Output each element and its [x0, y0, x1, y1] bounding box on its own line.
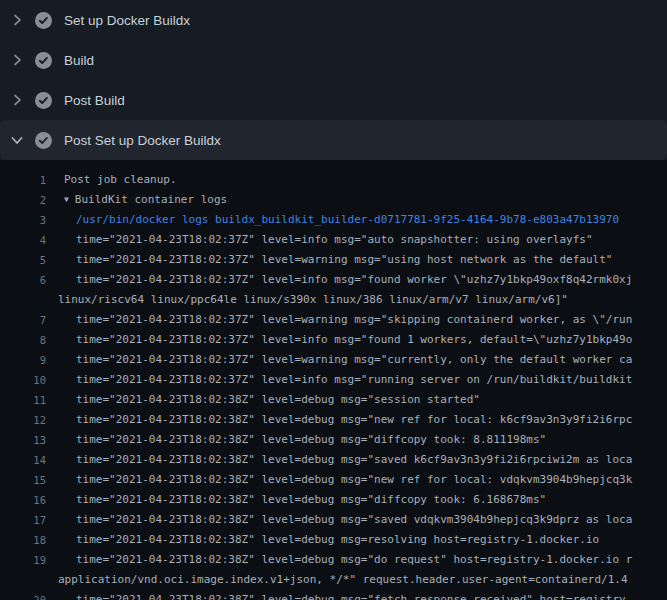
step-row-build[interactable]: Build [0, 40, 667, 80]
line-number[interactable]: 6 [0, 270, 46, 290]
line-number[interactable]: 11 [0, 390, 46, 410]
log-row: 10 time="2021-04-23T18:02:37Z" level=inf… [0, 370, 667, 390]
log-line: time="2021-04-23T18:02:38Z" level=debug … [46, 430, 667, 450]
chevron-right-icon [9, 12, 25, 28]
log-row: 13 time="2021-04-23T18:02:38Z" level=deb… [0, 430, 667, 450]
log-row: 8 time="2021-04-23T18:02:37Z" level=info… [0, 330, 667, 350]
log-row: 3 /usr/bin/docker logs buildx_buildkit_b… [0, 210, 667, 230]
log-line: time="2021-04-23T18:02:38Z" level=debug … [46, 470, 667, 490]
step-label: Post Set up Docker Buildx [64, 133, 221, 148]
chevron-down-icon [9, 132, 25, 148]
log-line: time="2021-04-23T18:02:37Z" level=warnin… [46, 250, 667, 270]
log-row: 6 time="2021-04-23T18:02:37Z" level=info… [0, 270, 667, 290]
line-number[interactable]: 13 [0, 430, 46, 450]
log-row: 18 time="2021-04-23T18:02:38Z" level=deb… [0, 530, 667, 550]
line-number[interactable]: 20 [0, 590, 46, 600]
log-row: 9 time="2021-04-23T18:02:37Z" level=warn… [0, 350, 667, 370]
log-row: 16 time="2021-04-23T18:02:38Z" level=deb… [0, 490, 667, 510]
line-number [0, 290, 46, 310]
log-line: time="2021-04-23T18:02:38Z" level=debug … [46, 530, 667, 550]
log-line: time="2021-04-23T18:02:37Z" level=info m… [46, 270, 667, 290]
log-row-continuation: application/vnd.oci.image.index.v1+json,… [0, 570, 667, 590]
log-line-wrapped: application/vnd.oci.image.index.v1+json,… [46, 570, 667, 590]
log-line: Post job cleanup. [46, 170, 667, 190]
log-line: time="2021-04-23T18:02:38Z" level=debug … [46, 590, 667, 600]
chevron-right-icon [9, 52, 25, 68]
log-line: time="2021-04-23T18:02:38Z" level=debug … [46, 410, 667, 430]
group-toggle-icon[interactable]: ▼ [64, 190, 69, 210]
log-panel: 1 Post job cleanup. 2 ▼BuildKit containe… [0, 160, 667, 600]
line-number[interactable]: 15 [0, 470, 46, 490]
check-circle-icon [35, 132, 52, 149]
log-row: 17 time="2021-04-23T18:02:38Z" level=deb… [0, 510, 667, 530]
log-line: time="2021-04-23T18:02:38Z" level=debug … [46, 550, 667, 570]
steps-list: Set up Docker Buildx Build Post Build Po… [0, 0, 667, 160]
log-row: 19 time="2021-04-23T18:02:38Z" level=deb… [0, 550, 667, 570]
log-row: 11 time="2021-04-23T18:02:38Z" level=deb… [0, 390, 667, 410]
log-row: 1 Post job cleanup. [0, 170, 667, 190]
chevron-right-icon [9, 92, 25, 108]
step-label: Post Build [64, 93, 125, 108]
step-label: Build [64, 53, 94, 68]
step-label: Set up Docker Buildx [64, 13, 190, 28]
log-line: time="2021-04-23T18:02:38Z" level=debug … [46, 450, 667, 470]
line-number[interactable]: 2 [0, 190, 46, 210]
line-number[interactable]: 16 [0, 490, 46, 510]
step-row-post-build[interactable]: Post Build [0, 80, 667, 120]
line-number[interactable]: 19 [0, 550, 46, 570]
log-row: 5 time="2021-04-23T18:02:37Z" level=warn… [0, 250, 667, 270]
check-circle-icon [35, 92, 52, 109]
log-group-header: ▼BuildKit container logs [46, 190, 667, 210]
line-number[interactable]: 10 [0, 370, 46, 390]
line-number[interactable]: 5 [0, 250, 46, 270]
log-row: 7 time="2021-04-23T18:02:37Z" level=warn… [0, 310, 667, 330]
line-number[interactable]: 8 [0, 330, 46, 350]
line-number[interactable]: 9 [0, 350, 46, 370]
group-label: BuildKit container logs [75, 193, 227, 206]
line-number[interactable]: 18 [0, 530, 46, 550]
step-row-post-setup-docker-buildx[interactable]: Post Set up Docker Buildx [0, 120, 667, 160]
log-row: 14 time="2021-04-23T18:02:38Z" level=deb… [0, 450, 667, 470]
log-row: 2 ▼BuildKit container logs [0, 190, 667, 210]
log-line: time="2021-04-23T18:02:38Z" level=debug … [46, 510, 667, 530]
log-row: 20 time="2021-04-23T18:02:38Z" level=deb… [0, 590, 667, 600]
log-row: 4 time="2021-04-23T18:02:37Z" level=info… [0, 230, 667, 250]
line-number[interactable]: 12 [0, 410, 46, 430]
step-row-setup-docker-buildx[interactable]: Set up Docker Buildx [0, 0, 667, 40]
line-number[interactable]: 7 [0, 310, 46, 330]
log-line: time="2021-04-23T18:02:37Z" level=warnin… [46, 350, 667, 370]
log-row: 12 time="2021-04-23T18:02:38Z" level=deb… [0, 410, 667, 430]
log-line: time="2021-04-23T18:02:38Z" level=debug … [46, 390, 667, 410]
log-command-line: /usr/bin/docker logs buildx_buildkit_bui… [46, 210, 667, 230]
line-number[interactable]: 3 [0, 210, 46, 230]
log-row-continuation: linux/riscv64 linux/ppc64le linux/s390x … [0, 290, 667, 310]
log-line: time="2021-04-23T18:02:37Z" level=info m… [46, 330, 667, 350]
line-number[interactable]: 1 [0, 170, 46, 190]
log-line: time="2021-04-23T18:02:37Z" level=info m… [46, 230, 667, 250]
line-number[interactable]: 4 [0, 230, 46, 250]
log-line: time="2021-04-23T18:02:38Z" level=debug … [46, 490, 667, 510]
line-number[interactable]: 17 [0, 510, 46, 530]
log-row: 15 time="2021-04-23T18:02:38Z" level=deb… [0, 470, 667, 490]
log-line: time="2021-04-23T18:02:37Z" level=warnin… [46, 310, 667, 330]
line-number [0, 570, 46, 590]
log-line: time="2021-04-23T18:02:37Z" level=info m… [46, 370, 667, 390]
line-number[interactable]: 14 [0, 450, 46, 470]
check-circle-icon [35, 12, 52, 29]
check-circle-icon [35, 52, 52, 69]
log-line-wrapped: linux/riscv64 linux/ppc64le linux/s390x … [46, 290, 667, 310]
